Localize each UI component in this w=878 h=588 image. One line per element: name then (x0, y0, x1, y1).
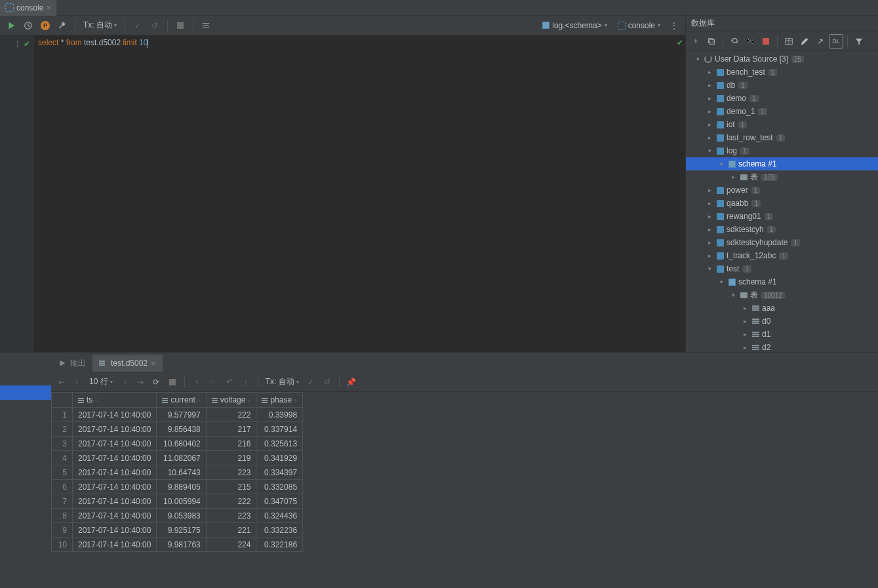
diff-button[interactable] (743, 34, 757, 49)
db-toolbar: ＋ ↗ DL (686, 31, 878, 51)
tree-db[interactable]: last_row_test1 (686, 131, 878, 144)
output-tabs: 输出 test.d5002× (51, 353, 878, 372)
history-button[interactable] (21, 18, 35, 33)
table-row[interactable]: 42017-07-14 10:40:0011.0820672190.341929 (52, 451, 303, 465)
run-button[interactable] (4, 18, 18, 33)
ds-icon (618, 22, 626, 29)
tree-db[interactable]: rewang011 (686, 210, 878, 223)
revert-button[interactable]: ↶ (222, 375, 237, 389)
db-panel-title: 数据库 (686, 16, 878, 31)
result-tx-select[interactable]: Tx: 自动▾ (263, 376, 302, 387)
play-small-icon (58, 359, 67, 368)
commit-button[interactable]: ✓ (130, 18, 145, 33)
tree-schema-test[interactable]: schema #1 (686, 275, 878, 288)
table-row[interactable]: 52017-07-14 10:40:0010.647432230.334397 (52, 465, 303, 480)
tree-tables-test[interactable]: 表10012 (686, 288, 878, 302)
refresh-button[interactable] (727, 34, 742, 49)
last-page-button[interactable]: ⇥ (134, 376, 147, 389)
pin-button[interactable]: 📌 (344, 375, 359, 389)
tree-db[interactable]: t_track_12abc1 (686, 249, 878, 262)
table-row[interactable]: 72017-07-14 10:40:0010.0059942220.347075 (52, 494, 303, 509)
first-page-button[interactable]: ⇤ (55, 376, 68, 389)
rows-count[interactable]: 10 行▾ (85, 376, 117, 387)
ddl-icon[interactable]: DL (829, 34, 843, 49)
svg-rect-1 (709, 38, 713, 43)
tree-table[interactable]: aaa (686, 302, 878, 315)
filter-icon[interactable] (852, 34, 866, 49)
database-icon (717, 69, 724, 76)
column-header[interactable]: current÷ (157, 393, 206, 408)
explain-button[interactable]: P (38, 18, 52, 33)
tree-db[interactable]: qaabb1 (686, 197, 878, 210)
close-icon[interactable]: × (46, 3, 51, 12)
prev-page-button[interactable]: ‹ (70, 376, 83, 389)
delete-row-button[interactable]: － (206, 375, 220, 389)
folder-icon (740, 174, 748, 180)
database-icon (717, 213, 724, 220)
database-icon (717, 95, 724, 102)
editor-toolbar: P Tx: 自动▾ ✓ ↺ log.<schema>▾ console▾ ⋮ (0, 16, 685, 35)
database-icon (717, 239, 724, 246)
duplicate-button[interactable] (704, 34, 719, 49)
add-button[interactable]: ＋ (688, 34, 703, 49)
tree-db-test[interactable]: test1 (686, 262, 878, 275)
tree-table[interactable]: d0 (686, 315, 878, 328)
database-icon (717, 265, 724, 273)
stop-button[interactable] (173, 18, 188, 33)
rollback-result-button[interactable]: ↺ (320, 375, 334, 389)
close-icon[interactable]: × (151, 359, 156, 368)
console-select[interactable]: console▾ (614, 20, 664, 31)
tree-db[interactable]: sdktestcyh1 (686, 223, 878, 236)
tree-db[interactable]: bench_test1 (686, 66, 878, 79)
column-header[interactable]: voltage÷ (206, 393, 256, 408)
wrench-button[interactable] (55, 18, 70, 33)
more-icon[interactable]: ⋮ (667, 18, 681, 33)
console-icon (5, 3, 14, 12)
tab-console[interactable]: console × (0, 0, 56, 16)
inspection-ok-icon: ✔ (677, 38, 683, 47)
tree-tables-log[interactable]: 表178 (686, 170, 878, 184)
jump-icon[interactable]: ↗ (813, 34, 828, 49)
table-row[interactable]: 22017-07-14 10:40:009.8564382170.337914 (52, 422, 303, 437)
tab-output[interactable]: 输出 (51, 355, 92, 372)
svg-rect-2 (709, 39, 714, 44)
reload-button[interactable]: ⟳ (149, 375, 163, 389)
rollback-button[interactable]: ↺ (148, 18, 162, 33)
tree-table[interactable]: d1 (686, 328, 878, 341)
table-row[interactable]: 62017-07-14 10:40:009.8894052150.332085 (52, 480, 303, 494)
submit-button[interactable]: ↑ (239, 375, 253, 389)
tree-db[interactable]: demo_11 (686, 105, 878, 118)
tree-db[interactable]: iot1 (686, 118, 878, 131)
table-view-icon[interactable] (782, 34, 796, 49)
tree-datasource[interactable]: User Data Source [3]25 (686, 52, 878, 66)
table-row[interactable]: 82017-07-14 10:40:009.0539832230.324436 (52, 509, 303, 523)
tree-schema-log[interactable]: schema #1 (686, 157, 878, 170)
tree-db-log[interactable]: log1 (686, 144, 878, 157)
sql-editor[interactable]: 1✔ select * from test.d5002 limit 10 ✔ (0, 35, 685, 352)
schema-select[interactable]: log.<schema>▾ (538, 20, 610, 31)
stop-result-button[interactable] (165, 375, 180, 389)
tree-db[interactable]: sdktestcyhupdate1 (686, 236, 878, 249)
tab-result[interactable]: test.d5002× (92, 355, 163, 372)
add-row-button[interactable]: ＋ (190, 375, 204, 389)
stop-db-button[interactable] (759, 34, 773, 49)
table-row[interactable]: 92017-07-14 10:40:009.9251752210.332236 (52, 523, 303, 538)
column-header[interactable]: phase÷ (256, 393, 303, 408)
result-grid[interactable]: ts÷current÷voltage÷phase÷ 12017-07-14 10… (51, 392, 878, 588)
edit-icon[interactable] (797, 34, 812, 49)
settings-lines-icon[interactable] (199, 18, 213, 33)
tree-db[interactable]: db1 (686, 79, 878, 92)
tree-db[interactable]: power1 (686, 184, 878, 197)
tree-db[interactable]: demo1 (686, 92, 878, 105)
tree-table[interactable]: d2 (686, 341, 878, 352)
database-icon (717, 200, 724, 207)
table-row[interactable]: 32017-07-14 10:40:0010.6804022160.325613 (52, 437, 303, 451)
tx-mode-select[interactable]: Tx: 自动▾ (81, 20, 119, 31)
commit-result-button[interactable]: ✓ (304, 375, 318, 389)
result-toolbar: ⇤ ‹ 10 行▾ › ⇥ ⟳ ＋ － ↶ ↑ Tx: 自动▾ ✓ ↺ 📌 (51, 372, 878, 392)
db-tree[interactable]: User Data Source [3]25 bench_test1db1dem… (686, 51, 878, 352)
table-row[interactable]: 12017-07-14 10:40:009.5779972220.33998 (52, 408, 303, 422)
next-page-button[interactable]: › (119, 376, 132, 389)
table-row[interactable]: 102017-07-14 10:40:009.9817632240.322186 (52, 538, 303, 552)
column-header[interactable]: ts÷ (73, 393, 157, 408)
